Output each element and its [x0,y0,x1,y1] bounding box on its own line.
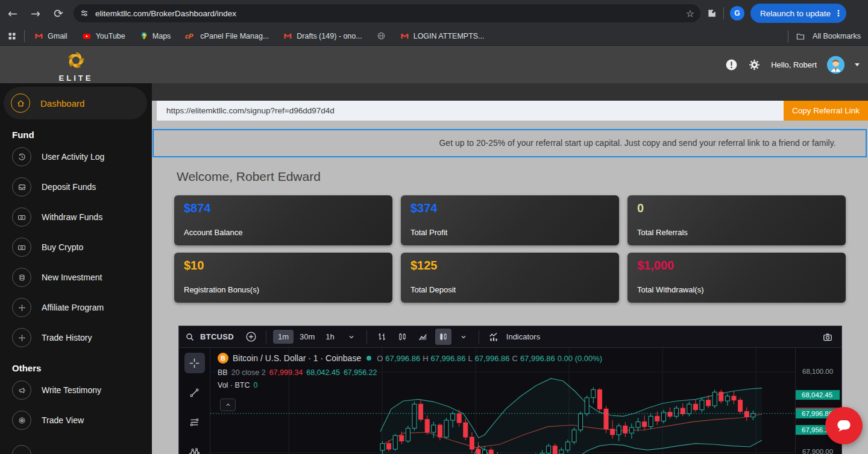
stat-label: Account Balance [184,228,383,239]
stat-card-total-withdrawal-s: $1,000Total Withdrawal(s) [627,253,846,303]
parallel-lines-tool-icon[interactable] [184,412,205,432]
sidebar-item-label: Write Testimony [42,385,101,395]
stat-label: Total Profit [410,228,609,239]
stat-card-total-deposit: $125Total Deposit [401,253,619,303]
bollinger-legend: BB 20 close 2 67,999.34 68,042.45 67,956… [218,368,602,377]
crosshair-tool-icon[interactable] [184,353,205,373]
market-status-dot [366,356,371,361]
screen: ← → ⟳ elitemktllc.com/BrokerDashboard/in… [0,0,868,454]
apps-grid-icon[interactable] [7,31,17,41]
divider [24,30,25,42]
star-icon[interactable]: ☆ [686,8,694,19]
chevron-down-icon[interactable] [855,63,860,66]
site-settings-icon[interactable] [80,8,89,18]
compare-add-icon[interactable] [243,329,259,345]
chevron-down-icon[interactable] [456,329,472,345]
bookmark-login-attempts[interactable]: LOGIN ATTEMPTS... [400,32,485,40]
bookmark-label: YouTube [96,32,125,40]
chevron-down-icon[interactable] [344,329,360,345]
back-icon[interactable]: ← [2,3,23,24]
sidebar-item-trade-view[interactable]: Trade View [12,405,152,435]
interval-1h-button[interactable]: 1h [321,330,339,344]
relaunch-button[interactable]: Relaunch to update [750,4,846,23]
alert-icon[interactable] [725,58,738,71]
bookmark-site[interactable] [377,31,386,40]
sidebar-item-label: New Investment [42,273,102,282]
referral-link-input[interactable] [157,101,784,121]
chart-toolbar: BTCUSD 1m30m1h [179,326,841,348]
page-title: Welcome, Robert Edward [177,169,321,184]
sidebar-item-buy-crypto[interactable]: Buy Crypto [12,232,152,262]
chat-widget-button[interactable] [825,407,863,444]
stat-value: $374 [410,201,609,215]
home-icon [11,93,30,113]
chart-plot-area[interactable]: B Bitcoin / U.S. Dollar · 1 · Coinbase O… [210,348,795,454]
collapse-pane-button[interactable] [220,399,236,411]
bookmark-youtube[interactable]: YouTube [82,32,125,40]
indicators-label[interactable]: Indicators [506,332,540,341]
bookmark-cpanel-file-manag[interactable]: cPcPanel File Manag... [185,32,269,40]
stat-value: 0 [637,201,836,215]
sidebar-item-dashboard[interactable]: Dashboard [4,87,147,119]
move-icon [12,328,31,347]
trendline-tool-icon[interactable] [184,382,205,403]
brand-logo[interactable]: ELITE [51,48,101,83]
stat-card-registration-bonus-s: $10Registration Bonus(s) [174,253,392,303]
sidebar-item-label: Dashboard [40,98,84,109]
divider [723,7,724,19]
url-text: elitemktllc.com/BrokerDashboard/index [95,9,686,18]
xabcd-pattern-tool-icon[interactable] [184,441,205,454]
sidebar-item-trade-history[interactable]: Trade History [12,323,152,353]
sidebar-item-affiliate-program[interactable]: Affiliate Program [12,292,152,323]
interval-30m-button[interactable]: 30m [295,330,319,344]
all-bookmarks-label[interactable]: All Bookmarks [813,32,861,40]
price-tag: 68,042.45 [796,390,840,400]
bookmark-list: GmailYouTubeMapscPcPanel File Manag...Dr… [34,31,485,40]
candles-style-icon[interactable] [394,329,410,345]
megaphone-icon [12,380,31,400]
bookmark-gmail[interactable]: Gmail [34,32,68,40]
reload-icon[interactable]: ⟳ [48,3,69,24]
sidebar-item-write-testimony[interactable]: Write Testimony [12,375,152,405]
sidebar-item-label: Trade History [42,333,92,342]
maps-icon [140,31,148,40]
kebab-menu-icon[interactable] [834,8,843,18]
banknote-icon [12,238,31,257]
chart-legend: B Bitcoin / U.S. Dollar · 1 · Coinbase O… [218,353,602,389]
camera-icon[interactable] [819,329,835,345]
bookmark-label: Maps [153,32,171,40]
folder-icon [796,31,805,41]
inbox-icon [12,177,31,197]
symbol-button[interactable]: BTCUSD [200,332,234,341]
sidebar-item-user-activity-log[interactable]: User Activity Log [12,142,152,172]
sidebar-item-withdraw-funds[interactable]: Withdraw Funds [12,202,152,232]
bitcoin-icon: B [218,353,228,364]
interval-1m-button[interactable]: 1m [273,330,294,344]
sidebar-item-deposit-funds[interactable]: Deposit Funds [12,172,152,202]
stat-value: $125 [410,259,609,273]
copy-referral-button[interactable]: Copy Referral Link [784,101,868,121]
sidebar-item-new-investment[interactable]: New Investment [12,262,152,292]
search-icon[interactable] [185,332,195,342]
bars-style-icon[interactable] [374,329,390,345]
bookmark-maps[interactable]: Maps [140,31,171,40]
url-bar[interactable]: elitemktllc.com/BrokerDashboard/index ☆ [74,4,700,22]
axis-label: 68,100.00 [802,368,833,375]
gear-icon[interactable] [748,58,761,71]
browser-toolbar: ← → ⟳ elitemktllc.com/BrokerDashboard/in… [0,0,868,27]
forward-icon[interactable]: → [25,3,46,24]
stat-value: $874 [184,201,383,215]
indicators-icon[interactable] [486,329,502,345]
user-avatar[interactable] [827,56,844,74]
profile-avatar[interactable]: G [730,6,744,20]
sidebar-item-label: Buy Crypto [42,242,83,252]
stat-value: $10 [184,259,383,273]
stat-label: Total Withdrawal(s) [637,285,836,297]
target-icon [12,411,31,430]
hollow-candles-style-icon[interactable] [435,329,451,345]
chart-title[interactable]: Bitcoin / U.S. Dollar · 1 · Coinbase [233,353,361,363]
sidebar-item-label: Affiliate Program [42,303,104,312]
bookmark-drafts-149-ono[interactable]: Drafts (149) - ono... [283,32,362,40]
area-style-icon[interactable] [415,329,431,345]
extensions-icon[interactable] [706,8,717,19]
